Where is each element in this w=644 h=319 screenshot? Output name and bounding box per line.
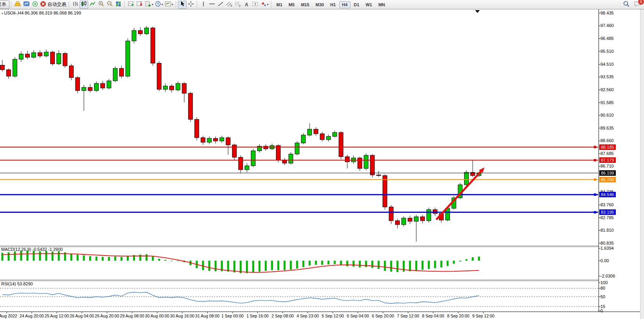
auto-trading-label: 自动交易 [47,1,66,8]
timeframe-M5[interactable]: M5 [286,1,297,8]
chart-context-caret: ▾ [2,12,3,15]
cursor-tool-button[interactable] [178,1,187,9]
clock-icon [155,1,161,9]
rsi-line [2,292,479,304]
dropdown-caret-icon: ▾ [152,3,153,6]
text-label-icon: T [252,1,259,9]
timeframe-H1[interactable]: H1 [327,1,338,8]
gold-ingot-icon [14,1,21,8]
arrow-shapes-icon [260,1,267,9]
history-chart-icon [23,1,30,8]
notifications-button[interactable]: 1 [634,0,642,9]
rsi-indicator-label: RSI(14) 53.8290 [1,281,33,286]
dropdown-caret-icon: ▾ [161,3,163,6]
crosshair-icon [188,1,194,9]
chart-shift-button[interactable] [135,1,144,9]
candlestick-mode-button[interactable] [80,1,88,9]
line-chart-icon [89,1,96,9]
deposit-button[interactable] [13,1,22,9]
notification-badge: 1 [638,0,644,5]
text-label-tool-button[interactable]: T [251,1,259,9]
auto-trading-button[interactable]: 自动交易 [39,1,67,9]
zoom-in-button[interactable] [97,1,105,9]
toolbar-separator [197,2,198,8]
vertical-scrollbar[interactable] [640,9,644,319]
horizontal-line-tool-button[interactable] [208,1,216,9]
ohlc-bars-icon [72,1,78,9]
timeframe-MN[interactable]: MN [376,1,388,8]
tile-windows-button[interactable] [114,1,123,9]
auto-scroll-icon [128,1,134,9]
trendline-icon [218,1,224,9]
toolbar: 订单 自动交易 ▾ ▾ ▾ [0,0,644,9]
signal-broadcast-icon [32,1,38,9]
line-chart-mode-button[interactable] [88,1,97,9]
toolbar-separator [69,2,69,8]
macd-layer [2,251,480,273]
timeframe-M15[interactable]: M15 [298,1,312,8]
symbol-ohlc-readout: USOil-,H4 86.306 86.319 86.068 86.199 [4,11,81,15]
chart-title: ▾USOil-,H4 86.306 86.319 86.068 86.199 [1,11,81,15]
chart-shift-icon [136,1,143,9]
chart-canvas[interactable] [0,0,644,319]
zoom-out-icon [107,0,113,9]
fibo-letter: F [239,4,241,7]
fibonacci-tool-button[interactable]: F [234,1,242,9]
search-icon [623,0,630,9]
dropdown-caret-icon: ▾ [267,3,268,6]
zoom-in-icon [98,0,105,9]
chart-frame [0,9,644,314]
period-clock-button[interactable]: ▾ [154,1,164,9]
toolbar-separator [11,2,12,8]
signals-button[interactable] [31,1,39,9]
timeframe-D1[interactable]: D1 [351,1,362,8]
zoom-out-button[interactable] [105,1,114,9]
dropdown-caret-icon: ▾ [172,3,173,6]
vertical-line-tool-button[interactable] [199,1,208,9]
crosshair-tool-button[interactable] [187,1,195,9]
templates-button[interactable]: ▾ [164,1,174,9]
toolbar-separator [124,2,125,8]
label-letter: T [254,2,257,6]
auto-scroll-button[interactable] [127,1,135,9]
candles-layer [0,26,481,242]
cursor-icon [180,1,185,9]
text-tool-button[interactable]: A [242,1,251,9]
horizontal-line-icon [209,1,216,9]
mt4-window: { "window": { "badge_count": "1" }, "ico… [0,0,644,319]
new-order-label: 订单 [0,1,6,8]
tile-windows-icon [115,1,122,9]
new-order-button[interactable]: 订单 [0,0,9,9]
candlestick-icon [81,1,87,9]
timeframe-M30[interactable]: M30 [313,1,327,8]
timeframe-H4[interactable]: H4 [339,1,350,8]
search-button[interactable] [622,1,631,9]
toolbar-separator [271,2,272,8]
add-indicator-icon [145,1,151,9]
equidistant-channel-tool-button[interactable]: E [225,1,234,9]
add-indicator-button[interactable]: ▾ [144,1,154,9]
auto-trading-icon [40,1,46,9]
price-level-lines[interactable] [0,146,598,214]
trendline-tool-button[interactable] [216,1,225,9]
history-center-button[interactable] [22,1,31,9]
toolbar-right-group: 1 [622,0,642,9]
arrows-tool-button[interactable]: ▾ [259,1,269,9]
channel-letter: E [230,4,232,7]
timeframe-group: M1M5M15M30H1H4D1W1MN [273,1,388,8]
fibonacci-icon: F [234,1,241,9]
timeframe-W1[interactable]: W1 [363,1,375,8]
chart-template-icon [165,1,171,9]
toolbar-separator [176,2,176,8]
channel-icon: E [226,1,233,9]
vertical-line-icon [201,1,206,9]
chart-shift-marker[interactable] [475,10,480,13]
bar-chart-mode-button[interactable] [71,1,80,9]
text-tool-icon: A [245,2,249,7]
timeframe-M1[interactable]: M1 [274,1,285,8]
macd-indicator-label: MACD(12,26,9) -0.5432 -1.2900 [1,247,63,252]
